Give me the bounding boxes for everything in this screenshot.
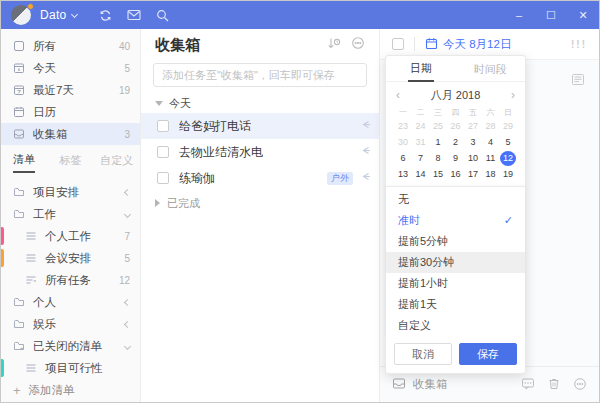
task-title: 去物业结清水电 bbox=[179, 144, 263, 161]
maximize-button[interactable]: ☐ bbox=[535, 1, 567, 29]
template-icon[interactable] bbox=[571, 72, 585, 90]
reminder-option-1day[interactable]: 提前1天 bbox=[386, 294, 525, 315]
add-task-input[interactable] bbox=[153, 63, 367, 87]
detail-checkbox[interactable] bbox=[392, 38, 404, 50]
calendar-day[interactable]: 23 bbox=[395, 119, 411, 134]
sidebar-item-next7days[interactable]: 最近7天 19 bbox=[1, 79, 140, 101]
sidebar-item-calendar[interactable]: 日历 bbox=[1, 101, 140, 123]
sidebar-folder-closed-lists[interactable]: 已关闭的清单 bbox=[1, 335, 140, 357]
calendar-day[interactable]: 14 bbox=[413, 167, 429, 182]
sidebar-folder-personal[interactable]: 个人 bbox=[1, 291, 140, 313]
group-header-today[interactable]: 今天 bbox=[141, 93, 379, 113]
add-list-button[interactable]: + 添加清单 bbox=[1, 379, 140, 401]
minimize-button[interactable]: – bbox=[503, 1, 535, 29]
sidebar-item-label: 娱乐 bbox=[33, 317, 56, 332]
more-options-icon[interactable] bbox=[351, 36, 365, 54]
tab-tags[interactable]: 标签 bbox=[47, 153, 93, 172]
group-header-completed[interactable]: 已完成 bbox=[141, 193, 379, 213]
sidebar-item-label: 项目安排 bbox=[33, 185, 79, 200]
task-checkbox[interactable] bbox=[157, 146, 169, 158]
calendar-day[interactable]: 16 bbox=[448, 167, 464, 182]
calendar-day[interactable]: 24 bbox=[413, 119, 429, 134]
close-button[interactable]: ✕ bbox=[567, 1, 599, 29]
calendar-day[interactable]: 31 bbox=[413, 135, 429, 150]
task-row[interactable]: 练瑜伽 户外 bbox=[141, 165, 379, 191]
account-name[interactable]: Dato bbox=[40, 8, 67, 22]
calendar-day[interactable]: 11 bbox=[483, 151, 499, 166]
calendar-day[interactable]: 30 bbox=[395, 135, 411, 150]
calendar-day[interactable]: 26 bbox=[448, 119, 464, 134]
cancel-button[interactable]: 取消 bbox=[394, 343, 452, 365]
calendar-day[interactable]: 19 bbox=[500, 167, 516, 182]
task-row[interactable]: 去物业结清水电 bbox=[141, 139, 379, 165]
next-month-button[interactable]: › bbox=[503, 88, 515, 102]
task-list-selector[interactable]: 收集箱 bbox=[413, 377, 448, 392]
sidebar-item-inbox[interactable]: 收集箱 3 bbox=[1, 123, 140, 145]
calendar-day[interactable]: 10 bbox=[465, 151, 481, 166]
calendar-day[interactable]: 5 bbox=[500, 135, 516, 150]
calendar-day[interactable]: 3 bbox=[465, 135, 481, 150]
sidebar-list-feasibility[interactable]: 项目可行性 bbox=[1, 357, 140, 379]
more-circle-icon[interactable] bbox=[573, 377, 587, 393]
calendar-day[interactable]: 1 bbox=[430, 135, 446, 150]
folder-icon bbox=[13, 296, 25, 308]
calendar-day[interactable]: 27 bbox=[465, 119, 481, 134]
calendar-day-selected[interactable]: 12 bbox=[500, 151, 516, 166]
search-icon[interactable] bbox=[156, 9, 169, 22]
reminder-option-ontime[interactable]: 准时✓ bbox=[386, 210, 525, 231]
calendar-day[interactable]: 13 bbox=[395, 167, 411, 182]
sidebar-item-all[interactable]: 所有 40 bbox=[1, 35, 140, 57]
item-count: 7 bbox=[124, 231, 130, 242]
tab-lists[interactable]: 清单 bbox=[1, 152, 47, 173]
save-button[interactable]: 保存 bbox=[459, 343, 517, 365]
sidebar-folder-entertainment[interactable]: 娱乐 bbox=[1, 313, 140, 335]
calendar-day[interactable]: 2 bbox=[448, 135, 464, 150]
priority-icon[interactable]: !!! bbox=[571, 39, 587, 50]
calendar-day[interactable]: 15 bbox=[430, 167, 446, 182]
sort-icon[interactable] bbox=[327, 36, 341, 54]
list-filter-icon bbox=[25, 274, 37, 286]
due-date-button[interactable]: 今天 8月12日 bbox=[425, 37, 511, 52]
tab-custom[interactable]: 自定义 bbox=[94, 153, 140, 172]
task-checkbox[interactable] bbox=[157, 172, 169, 184]
page-title: 收集箱 bbox=[155, 36, 200, 55]
sidebar-item-label: 所有 bbox=[33, 39, 56, 54]
sidebar-list-personal-work[interactable]: 个人工作 7 bbox=[1, 225, 140, 247]
collapse-triangle-icon bbox=[155, 199, 160, 207]
trash-icon[interactable] bbox=[548, 377, 560, 392]
calendar-day[interactable]: 4 bbox=[483, 135, 499, 150]
calendar-day[interactable]: 7 bbox=[413, 151, 429, 166]
reminder-option-custom[interactable]: 自定义 bbox=[386, 315, 525, 336]
week-icon bbox=[13, 84, 25, 96]
prev-month-button[interactable]: ‹ bbox=[396, 88, 408, 102]
sync-icon[interactable] bbox=[99, 9, 112, 22]
calendar-day[interactable]: 17 bbox=[465, 167, 481, 182]
user-avatar[interactable] bbox=[11, 5, 31, 25]
calendar-day[interactable]: 28 bbox=[483, 119, 499, 134]
sidebar-folder-work[interactable]: 工作 bbox=[1, 203, 140, 225]
sidebar-list-meetings[interactable]: 会议安排 5 bbox=[1, 247, 140, 269]
calendar-day[interactable]: 18 bbox=[483, 167, 499, 182]
sidebar-list-all-tasks[interactable]: 所有任务 12 bbox=[1, 269, 140, 291]
tab-time-range[interactable]: 时间段 bbox=[456, 57, 526, 81]
tab-date[interactable]: 日期 bbox=[386, 56, 456, 82]
task-checkbox[interactable] bbox=[157, 120, 169, 132]
task-row[interactable]: 给爸妈打电话 bbox=[141, 113, 379, 139]
calendar-day[interactable]: 8 bbox=[430, 151, 446, 166]
reminder-option-30min[interactable]: 提前30分钟 bbox=[386, 252, 525, 273]
calendar-day[interactable]: 9 bbox=[448, 151, 464, 166]
sidebar-item-label: 工作 bbox=[33, 207, 56, 222]
calendar-day[interactable]: 25 bbox=[430, 119, 446, 134]
mail-icon[interactable] bbox=[127, 9, 141, 21]
popup-tabs: 日期 时间段 bbox=[386, 56, 525, 82]
sidebar-item-today[interactable]: 今天 5 bbox=[1, 57, 140, 79]
task-tag[interactable]: 户外 bbox=[327, 172, 353, 185]
reminder-option-5min[interactable]: 提前5分钟 bbox=[386, 231, 525, 252]
calendar-day[interactable]: 29 bbox=[500, 119, 516, 134]
comment-icon[interactable] bbox=[521, 377, 535, 392]
reminder-option-none[interactable]: 无 bbox=[386, 189, 525, 210]
calendar-day[interactable]: 6 bbox=[395, 151, 411, 166]
sidebar-folder-project[interactable]: 项目安排 bbox=[1, 181, 140, 203]
item-count: 3 bbox=[124, 129, 130, 140]
reminder-option-1hour[interactable]: 提前1小时 bbox=[386, 273, 525, 294]
